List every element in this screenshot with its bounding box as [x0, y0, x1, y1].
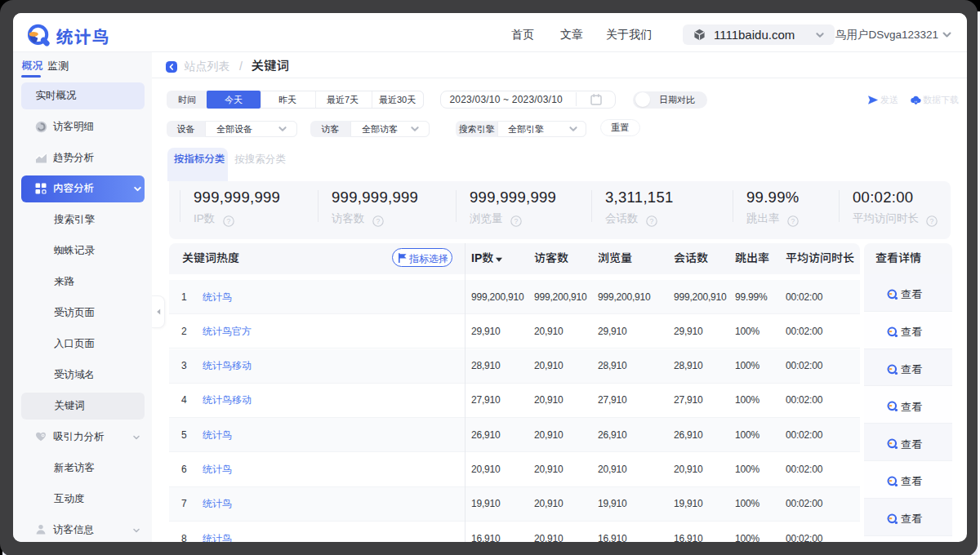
svg-text:?: ?	[227, 217, 231, 225]
svg-text:?: ?	[376, 217, 380, 225]
svg-text:?: ?	[514, 217, 518, 225]
svg-text:?: ?	[791, 217, 795, 225]
svg-text:?: ?	[649, 217, 653, 225]
svg-text:?: ?	[930, 217, 934, 225]
